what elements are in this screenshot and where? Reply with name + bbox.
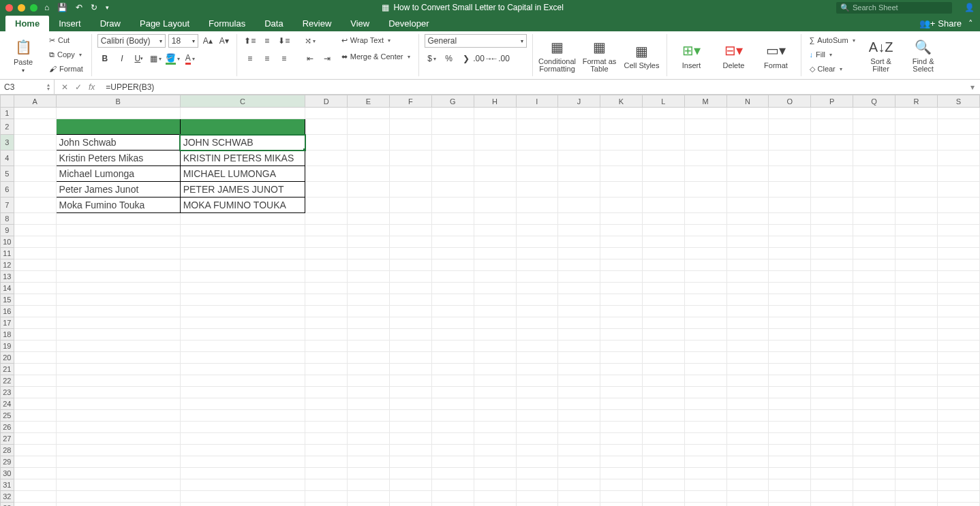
- cell-O24[interactable]: [769, 398, 811, 410]
- cell-P18[interactable]: [811, 329, 853, 341]
- col-header-N[interactable]: N: [726, 95, 769, 108]
- share-button[interactable]: 👥+ Share: [919, 18, 962, 29]
- cell-K28[interactable]: [600, 445, 643, 456]
- cell-C22[interactable]: [180, 375, 305, 387]
- cell-J16[interactable]: [558, 306, 600, 317]
- fx-icon[interactable]: fx: [89, 82, 95, 92]
- cell-F30[interactable]: [389, 468, 431, 479]
- cell-B25[interactable]: [56, 410, 180, 422]
- cell-E19[interactable]: [348, 341, 390, 352]
- cell-B24[interactable]: [56, 398, 180, 410]
- cell-S27[interactable]: [937, 433, 979, 445]
- cell-M16[interactable]: [684, 306, 726, 317]
- cell-J14[interactable]: [558, 283, 600, 294]
- cell-P14[interactable]: [811, 283, 853, 294]
- cell-K31[interactable]: [600, 479, 643, 491]
- cell-K29[interactable]: [600, 456, 643, 468]
- cell-Q19[interactable]: [853, 341, 895, 352]
- cell-C7[interactable]: MOKA FUMINO TOUKA: [180, 197, 305, 213]
- cell-C10[interactable]: [180, 236, 305, 248]
- cell-L1[interactable]: [642, 108, 684, 119]
- cell-S13[interactable]: [937, 271, 979, 283]
- save-icon[interactable]: 💾: [57, 3, 67, 12]
- cell-G13[interactable]: [431, 271, 474, 283]
- cell-K22[interactable]: [600, 375, 643, 387]
- cell-I5[interactable]: [516, 166, 558, 182]
- cell-A5[interactable]: [14, 166, 56, 182]
- cell-H23[interactable]: [474, 387, 516, 398]
- cell-O18[interactable]: [769, 329, 811, 341]
- cell-Q32[interactable]: [853, 491, 895, 503]
- cell-A9[interactable]: [14, 225, 56, 236]
- name-box[interactable]: C3 ▴▾: [0, 80, 55, 94]
- copy-button[interactable]: ⧉Copy: [46, 48, 86, 61]
- cell-S4[interactable]: [937, 151, 979, 166]
- cell-H1[interactable]: [474, 108, 516, 119]
- cell-B10[interactable]: [56, 236, 180, 248]
- cell-H31[interactable]: [474, 479, 516, 491]
- cell-B2[interactable]: [56, 119, 180, 135]
- cell-M31[interactable]: [684, 479, 726, 491]
- cell-M2[interactable]: [684, 119, 726, 135]
- cell-A17[interactable]: [14, 317, 56, 329]
- cell-J29[interactable]: [558, 456, 600, 468]
- cell-O14[interactable]: [769, 283, 811, 294]
- cell-L4[interactable]: [642, 151, 684, 166]
- cell-R26[interactable]: [895, 422, 938, 433]
- cell-J1[interactable]: [558, 108, 600, 119]
- cell-G11[interactable]: [431, 248, 474, 259]
- cell-H2[interactable]: [474, 119, 516, 135]
- cell-F8[interactable]: [389, 213, 431, 225]
- cell-D19[interactable]: [305, 341, 348, 352]
- cell-P12[interactable]: [811, 259, 853, 271]
- cell-M28[interactable]: [684, 445, 726, 456]
- cell-M3[interactable]: [684, 135, 726, 151]
- cell-H29[interactable]: [474, 456, 516, 468]
- cell-C6[interactable]: PETER JAMES JUNOT: [180, 182, 305, 197]
- cell-A2[interactable]: [14, 119, 56, 135]
- cell-E3[interactable]: [348, 135, 390, 151]
- cell-I15[interactable]: [516, 294, 558, 306]
- cell-K33[interactable]: [600, 503, 643, 507]
- cell-H17[interactable]: [474, 317, 516, 329]
- cell-B15[interactable]: [56, 294, 180, 306]
- paste-button[interactable]: 📋 Paste ▾: [4, 34, 42, 76]
- cell-Q22[interactable]: [853, 375, 895, 387]
- cell-R31[interactable]: [895, 479, 938, 491]
- cell-A16[interactable]: [14, 306, 56, 317]
- cell-G28[interactable]: [431, 445, 474, 456]
- cell-B11[interactable]: [56, 248, 180, 259]
- decrease-font-icon[interactable]: A▾: [217, 34, 231, 48]
- cell-H20[interactable]: [474, 352, 516, 364]
- cell-P16[interactable]: [811, 306, 853, 317]
- cell-M10[interactable]: [684, 236, 726, 248]
- cell-J27[interactable]: [558, 433, 600, 445]
- cell-B33[interactable]: [56, 503, 180, 507]
- cell-E7[interactable]: [348, 197, 390, 213]
- cell-P13[interactable]: [811, 271, 853, 283]
- fill-color-button[interactable]: 🪣: [166, 52, 181, 65]
- formula-input[interactable]: =UPPER(B3): [102, 82, 965, 92]
- cell-K8[interactable]: [600, 213, 643, 225]
- cell-D17[interactable]: [305, 317, 348, 329]
- expand-formula-bar-icon[interactable]: ▾: [965, 82, 980, 92]
- cell-J19[interactable]: [558, 341, 600, 352]
- cell-I20[interactable]: [516, 352, 558, 364]
- row-header-15[interactable]: 15: [1, 294, 14, 306]
- cell-I28[interactable]: [516, 445, 558, 456]
- cell-R20[interactable]: [895, 352, 938, 364]
- orientation-button[interactable]: ⤭: [303, 34, 318, 48]
- cell-E28[interactable]: [348, 445, 390, 456]
- cell-C33[interactable]: [180, 503, 305, 507]
- cell-N20[interactable]: [726, 352, 769, 364]
- cell-Q6[interactable]: [853, 182, 895, 197]
- cell-P8[interactable]: [811, 213, 853, 225]
- cell-S20[interactable]: [937, 352, 979, 364]
- cell-G24[interactable]: [431, 398, 474, 410]
- cell-A31[interactable]: [14, 479, 56, 491]
- cell-N7[interactable]: [726, 197, 769, 213]
- cell-M11[interactable]: [684, 248, 726, 259]
- cell-P6[interactable]: [811, 182, 853, 197]
- row-header-20[interactable]: 20: [1, 352, 14, 364]
- cell-F17[interactable]: [389, 317, 431, 329]
